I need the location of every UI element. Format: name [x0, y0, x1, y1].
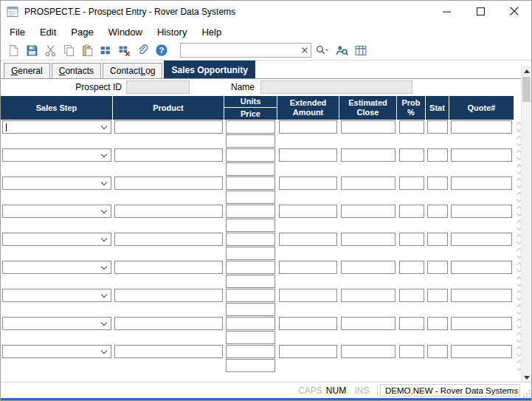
- product-input[interactable]: [114, 148, 223, 162]
- sales-step-combo[interactable]: [2, 148, 111, 162]
- stat-input[interactable]: [427, 233, 448, 246]
- tab-contact-log[interactable]: Contact Log: [103, 63, 162, 78]
- stat-input[interactable]: [427, 317, 448, 330]
- table-view-icon[interactable]: [352, 43, 369, 58]
- stat-input[interactable]: [427, 120, 448, 134]
- tab-sales-opportunity[interactable]: Sales Opportunity: [164, 61, 255, 78]
- grid-delete-icon[interactable]: [116, 43, 133, 58]
- estimated-close-input[interactable]: [341, 317, 395, 330]
- grid-lines-icon[interactable]: [97, 43, 114, 58]
- units-input[interactable]: [226, 261, 275, 274]
- product-input[interactable]: [114, 289, 223, 302]
- units-input[interactable]: [226, 233, 275, 246]
- extended-amount-input[interactable]: [279, 345, 337, 358]
- prob-percent-input[interactable]: [399, 120, 424, 134]
- attachment-icon[interactable]: [134, 43, 151, 58]
- extended-amount-input[interactable]: [279, 148, 337, 162]
- prob-percent-input[interactable]: [399, 317, 424, 330]
- estimated-close-input[interactable]: [341, 120, 395, 134]
- quote-input[interactable]: [451, 289, 512, 302]
- quote-input[interactable]: [451, 205, 512, 218]
- scroll-up-button[interactable]: [522, 66, 531, 76]
- price-input[interactable]: [226, 247, 275, 260]
- estimated-close-input[interactable]: [341, 148, 395, 162]
- product-input[interactable]: [114, 261, 223, 274]
- product-input[interactable]: [114, 317, 223, 330]
- units-input[interactable]: [226, 289, 275, 302]
- clear-search-button[interactable]: [299, 44, 311, 56]
- estimated-close-input[interactable]: [341, 205, 395, 218]
- menu-item-help[interactable]: Help: [194, 24, 229, 40]
- vertical-scrollbar[interactable]: [521, 66, 531, 383]
- product-input[interactable]: [114, 205, 223, 218]
- price-input[interactable]: [226, 303, 275, 316]
- sales-step-combo[interactable]: [2, 176, 111, 190]
- stat-input[interactable]: [427, 289, 448, 302]
- extended-amount-input[interactable]: [279, 120, 337, 134]
- stat-input[interactable]: [427, 261, 448, 274]
- units-input[interactable]: [226, 205, 275, 218]
- sales-step-combo[interactable]: [2, 261, 111, 274]
- sales-step-combo[interactable]: [2, 120, 111, 134]
- extended-amount-input[interactable]: [279, 176, 337, 190]
- menu-item-page[interactable]: Page: [63, 24, 100, 40]
- quote-input[interactable]: [451, 120, 512, 134]
- extended-amount-input[interactable]: [279, 289, 337, 302]
- extended-amount-input[interactable]: [279, 261, 337, 274]
- extended-amount-input[interactable]: [279, 205, 337, 218]
- estimated-close-input[interactable]: [341, 176, 395, 190]
- tab-contacts[interactable]: Contacts: [52, 63, 101, 78]
- estimated-close-input[interactable]: [341, 345, 395, 358]
- stat-input[interactable]: [427, 345, 448, 358]
- stat-input[interactable]: [427, 176, 448, 190]
- copy-icon[interactable]: [61, 43, 77, 58]
- person-search-icon[interactable]: [334, 43, 350, 58]
- product-input[interactable]: [114, 176, 223, 190]
- price-input[interactable]: [226, 275, 275, 288]
- sales-step-combo[interactable]: [2, 289, 111, 302]
- prob-percent-input[interactable]: [399, 205, 424, 218]
- minimize-button[interactable]: [429, 1, 463, 23]
- estimated-close-input[interactable]: [341, 261, 395, 274]
- new-document-icon[interactable]: [5, 43, 22, 58]
- menu-item-history[interactable]: History: [150, 24, 194, 40]
- quote-input[interactable]: [451, 176, 512, 190]
- prob-percent-input[interactable]: [399, 345, 424, 358]
- price-input[interactable]: [226, 219, 275, 232]
- maximize-button[interactable]: [463, 1, 497, 23]
- prob-percent-input[interactable]: [399, 148, 424, 162]
- estimated-close-input[interactable]: [341, 233, 395, 246]
- product-input[interactable]: [114, 345, 223, 358]
- stat-input[interactable]: [427, 148, 448, 162]
- units-input[interactable]: [226, 345, 275, 358]
- search-input[interactable]: [181, 44, 299, 56]
- menu-item-edit[interactable]: Edit: [32, 24, 63, 40]
- sales-step-combo[interactable]: [2, 233, 111, 246]
- price-input[interactable]: [226, 359, 275, 372]
- price-input[interactable]: [226, 331, 275, 344]
- menu-item-window[interactable]: Window: [101, 24, 150, 40]
- sales-step-combo[interactable]: [2, 317, 111, 330]
- scroll-down-button[interactable]: [522, 372, 531, 383]
- units-input[interactable]: [226, 317, 275, 330]
- quote-input[interactable]: [451, 148, 512, 162]
- extended-amount-input[interactable]: [279, 317, 337, 330]
- estimated-close-input[interactable]: [341, 289, 395, 302]
- quote-input[interactable]: [451, 261, 512, 274]
- quote-input[interactable]: [451, 233, 512, 246]
- title-bar[interactable]: PROSPECT.E - Prospect Entry - Rover Data…: [1, 1, 531, 23]
- tab-general[interactable]: General: [4, 63, 50, 78]
- prob-percent-input[interactable]: [399, 233, 424, 246]
- price-input[interactable]: [226, 134, 275, 148]
- price-input[interactable]: [226, 191, 275, 204]
- save-icon[interactable]: [24, 43, 41, 58]
- product-input[interactable]: [114, 233, 223, 246]
- product-input[interactable]: [114, 120, 223, 134]
- units-input[interactable]: [226, 148, 275, 162]
- help-icon[interactable]: ?: [153, 43, 170, 58]
- prob-percent-input[interactable]: [399, 176, 424, 190]
- extended-amount-input[interactable]: [279, 233, 337, 246]
- close-button[interactable]: [497, 1, 531, 23]
- prob-percent-input[interactable]: [399, 289, 424, 302]
- scrollbar-thumb[interactable]: [522, 77, 531, 102]
